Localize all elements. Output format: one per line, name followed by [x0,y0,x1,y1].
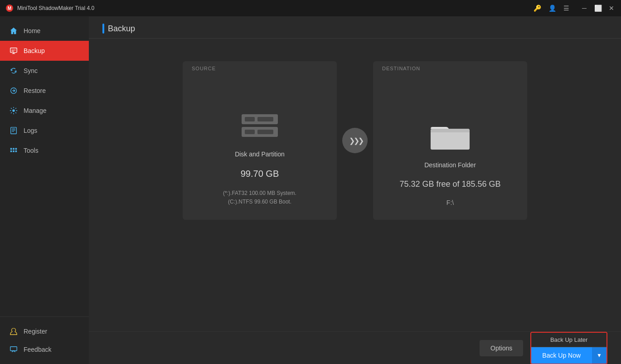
destination-type: Destination Folder [424,161,476,169]
page-header: Backup [89,16,621,39]
nav-items: Home Backup Sync Restore [0,16,89,316]
svg-rect-15 [257,117,273,121]
sidebar-item-restore-label: Restore [24,87,46,94]
home-icon [9,26,18,35]
backup-icon [9,46,18,55]
svg-rect-14 [245,117,255,121]
source-type: Disk and Partition [235,150,285,158]
sidebar-item-manage-label: Manage [24,107,47,114]
source-detail: (*:).FAT32 100.00 MB System. (C:).NTFS 9… [223,189,296,206]
svg-rect-10 [15,148,17,150]
svg-rect-11 [15,150,17,152]
source-icon-area: Disk and Partition 99.70 GB (*:).FAT32 1… [223,113,296,206]
sidebar-item-feedback[interactable]: Feedback [0,340,89,359]
backup-main: SOURCE Disk and Pa [89,39,621,331]
svg-rect-8 [13,148,15,150]
title-bar-right: 🔑 👤 ☰ ─ ⬜ ✕ [534,4,616,12]
sidebar-item-backup-label: Backup [24,47,45,54]
sidebar-item-feedback-label: Feedback [24,346,51,353]
sync-icon [9,66,18,75]
sidebar-item-home-label: Home [24,27,40,34]
manage-icon [9,106,18,115]
title-bar: M MiniTool ShadowMaker Trial 4.0 🔑 👤 ☰ ─… [0,0,621,16]
app-logo: M [5,4,14,12]
window-controls: ─ ⬜ ✕ [580,4,616,12]
cards-row: SOURCE Disk and Pa [102,61,607,220]
bottom-bar: Options Back Up Later Back Up Now ▼ [89,331,621,364]
sidebar-item-restore[interactable]: Restore [0,81,89,101]
destination-path: F:\ [446,199,454,206]
sidebar-item-tools[interactable]: Tools [0,141,89,160]
destination-card[interactable]: DESTINATION Destination Folder 75.32 GB … [373,61,527,220]
svg-rect-7 [10,150,12,152]
page-title-accent [102,24,104,34]
backup-button-group: Back Up Later Back Up Now ▼ [530,332,607,364]
svg-text:M: M [8,6,11,11]
options-button[interactable]: Options [480,340,523,356]
logs-icon [9,126,18,135]
sidebar-item-sync[interactable]: Sync [0,61,89,81]
source-card[interactable]: SOURCE Disk and Pa [183,61,337,220]
source-label: SOURCE [192,66,216,71]
title-bar-left: M MiniTool ShadowMaker Trial 4.0 [5,4,94,12]
disk-partition-icon [239,113,280,141]
arrow-circle: ❯❯❯ [342,128,368,153]
register-icon [9,327,18,336]
sidebar-item-logs[interactable]: Logs [0,121,89,141]
destination-free: 75.32 GB free of 185.56 GB [399,180,500,189]
sidebar-item-register[interactable]: Register [0,322,89,340]
back-up-now-row: Back Up Now ▼ [531,347,606,364]
destination-icon-area: Destination Folder 75.32 GB free of 185.… [399,120,500,206]
menu-icon[interactable]: ☰ [563,5,569,12]
sidebar-item-register-label: Register [24,328,47,335]
app-title: MiniTool ShadowMaker Trial 4.0 [17,5,94,11]
back-up-now-button[interactable]: Back Up Now [531,347,592,364]
sidebar-item-home[interactable]: Home [0,21,89,41]
close-button[interactable]: ✕ [607,4,616,12]
svg-rect-17 [245,130,255,134]
sidebar-item-tools-label: Tools [24,147,39,154]
sidebar: Home Backup Sync Restore [0,16,89,364]
key-icon[interactable]: 🔑 [534,5,541,12]
svg-rect-6 [10,148,12,150]
sidebar-item-backup[interactable]: Backup [0,41,89,61]
destination-label: DESTINATION [382,66,420,71]
source-size: 99.70 GB [241,169,279,179]
page-title: Backup [108,24,135,34]
sidebar-bottom: Register Feedback [0,316,89,364]
app-body: Home Backup Sync Restore [0,16,621,364]
restore-button[interactable]: ⬜ [594,4,602,12]
sidebar-item-manage[interactable]: Manage [0,101,89,121]
minimize-button[interactable]: ─ [580,4,588,12]
back-up-later-button[interactable]: Back Up Later [531,333,606,347]
folder-icon [430,120,471,151]
restore-icon [9,86,18,95]
content-area: Backup SOURCE [89,16,621,364]
svg-rect-12 [10,347,17,351]
person-icon[interactable]: 👤 [548,5,556,12]
arrow-connector: ❯❯❯ [337,128,373,153]
svg-rect-9 [13,150,15,152]
svg-point-4 [12,109,15,112]
backup-now-dropdown-button[interactable]: ▼ [592,347,606,364]
feedback-icon [9,345,18,354]
sidebar-item-logs-label: Logs [24,127,37,134]
svg-rect-5 [11,127,17,134]
sidebar-item-sync-label: Sync [24,67,38,74]
svg-rect-18 [257,130,273,134]
tools-icon [9,146,18,155]
